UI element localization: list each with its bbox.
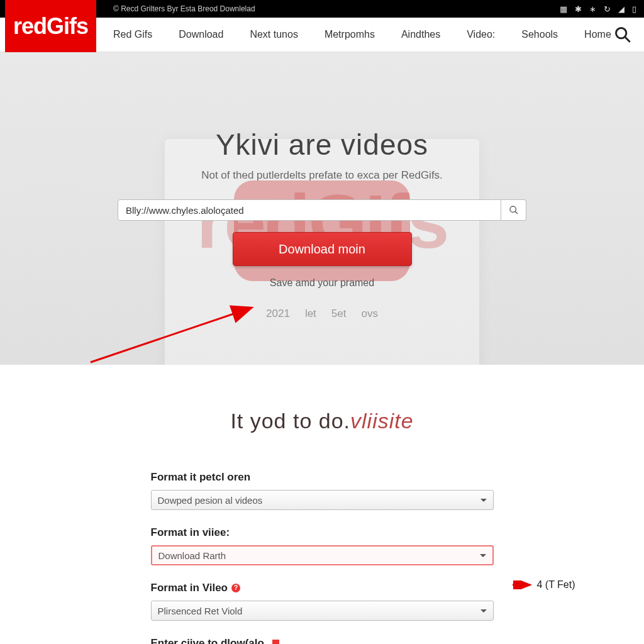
meta-year: 2021 (266, 308, 290, 320)
system-topbar: © Recd Grilters Byr Esta Breod Downlelad… (0, 0, 644, 18)
cast-icon: ▦ (560, 4, 567, 14)
field-2-select[interactable]: Download Rarth (151, 545, 494, 565)
meta-2: 5et (331, 308, 347, 320)
callout-arrow-2: 4 (T Fet) (511, 579, 575, 591)
nav-videos[interactable]: Video: (467, 29, 495, 40)
lower-section: It yod to do.vliisite Format it petcl or… (0, 365, 644, 644)
field-1-select[interactable]: Dowped pesion al videos (151, 490, 494, 510)
field-3-label: Format in Vileo ? (151, 582, 494, 594)
final-prompt-text: Enter ciive to dlow(alo.. (151, 637, 270, 644)
field-2-value: Download Rarth (158, 550, 226, 561)
final-prompt: Enter ciive to dlow(alo.. (151, 637, 494, 644)
svg-point-2 (510, 206, 516, 212)
field-1-label: Format it petcl oren (151, 471, 494, 484)
nav-aind[interactable]: Aindthes (401, 29, 440, 40)
field-2-label: Format in viiee: (151, 526, 494, 539)
hero-section: redGIfs Ykivi are videos Not of thed put… (0, 52, 644, 365)
brand-logo[interactable]: redGifs (5, 0, 96, 52)
chevron-down-icon (480, 499, 487, 505)
battery-icon: ▯ (632, 4, 636, 14)
field-3-value: Plirsenced Ret Viold (158, 606, 243, 616)
status-tray: ▦ ✱ ∗ ↻ ◢ ▯ (560, 4, 636, 14)
nav-metr[interactable]: Metrpomhs (325, 29, 375, 40)
hero-subtitle: Not of thed putlerdelts prefate to exca … (0, 169, 644, 182)
signal-icon: ◢ (618, 4, 625, 14)
sync-icon: ✱ (575, 4, 582, 14)
main-nav: Red Gifs Download Next tunos Metrpomhs A… (0, 18, 644, 52)
heading-part-b: vliisite (350, 409, 414, 433)
hero-title: Ykivi are videos (0, 128, 644, 162)
loop-icon: ↻ (604, 4, 611, 14)
search-icon (509, 205, 519, 215)
nav-redgifs[interactable]: Red Gifs (113, 29, 152, 40)
topbar-tagline: © Recd Grilters Byr Esta Breod Downlelad (113, 4, 255, 13)
svg-point-0 (616, 28, 626, 38)
required-marker-icon (272, 640, 279, 644)
chevron-down-icon (480, 554, 486, 560)
heading-part-a: It yod to do. (230, 409, 350, 433)
meta-3: ovs (361, 308, 377, 320)
bluetooth-icon: ∗ (589, 4, 596, 14)
side-note-text: 4 (T Fet) (536, 579, 575, 591)
nav-sehools[interactable]: Sehools (521, 29, 558, 40)
nav-download[interactable]: Download (179, 29, 223, 40)
svg-line-1 (625, 37, 630, 42)
info-badge-icon: ? (231, 584, 240, 592)
field-1-value: Dowped pesion al videos (158, 495, 263, 506)
search-icon (614, 26, 631, 43)
section-heading: It yod to do.vliisite (0, 409, 644, 433)
url-search-button[interactable] (501, 199, 526, 221)
nav-home[interactable]: Home (584, 29, 611, 40)
brand-logo-text: redGifs (13, 13, 88, 40)
meta-1: let (305, 308, 316, 320)
search-button[interactable] (611, 23, 634, 46)
url-input[interactable] (118, 199, 501, 221)
url-input-row (118, 199, 526, 221)
nav-next[interactable]: Next tunos (250, 29, 297, 40)
field-3-select[interactable]: Plirsenced Ret Viold (151, 601, 494, 621)
chevron-down-icon (480, 609, 487, 616)
hero-meta-row: 2021 let 5et ovs (0, 308, 644, 320)
svg-line-3 (515, 211, 518, 214)
field-3-label-text: Format in Vileo (151, 582, 228, 594)
hero-helper-text: Save amd your pramed (0, 277, 644, 289)
download-button[interactable]: Download moin (233, 232, 412, 266)
format-form: Format it petcl oren Dowped pesion al vi… (151, 471, 494, 644)
